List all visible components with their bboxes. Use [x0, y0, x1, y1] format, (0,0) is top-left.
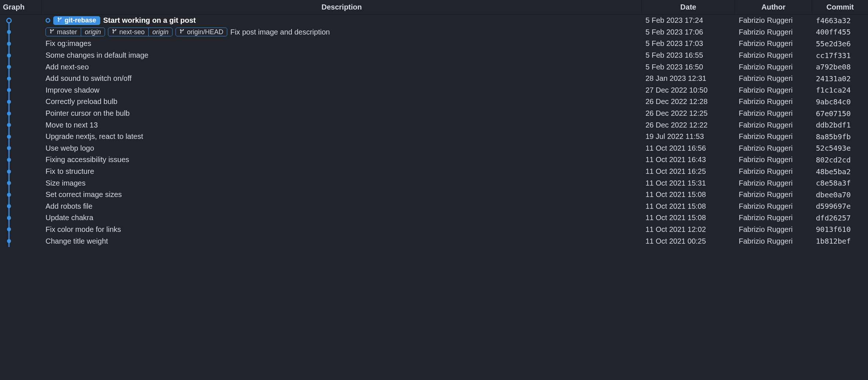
description-cell: Some changes in default image: [42, 50, 642, 61]
commit-author: Fabrizio Ruggeri: [735, 225, 812, 234]
commit-row[interactable]: Fixing accessibility issues11 Oct 2021 1…: [0, 154, 868, 166]
column-header-commit[interactable]: Commit: [812, 0, 868, 14]
description-cell: Update chakra: [42, 212, 642, 224]
branch-ref[interactable]: origin/HEAD: [176, 28, 227, 36]
commit-list: git-rebaseStart working on a git post5 F…: [0, 15, 868, 247]
graph-cell: [0, 26, 42, 38]
table-header: Graph Description Date Author Commit: [0, 0, 868, 15]
commit-row[interactable]: Update chakra11 Oct 2021 15:08Fabrizio R…: [0, 212, 868, 224]
commit-hash: 9013f610: [812, 225, 868, 234]
description-cell: Fixing accessibility issues: [42, 154, 642, 166]
description-cell: Set correct image sizes: [42, 189, 642, 201]
column-header-description[interactable]: Description: [42, 0, 642, 14]
commit-message: Add next-seo: [46, 63, 89, 71]
commit-date: 28 Jan 2023 12:31: [642, 74, 735, 83]
commit-row[interactable]: Upgrade nextjs, react to latest19 Jul 20…: [0, 131, 868, 143]
column-header-graph[interactable]: Graph: [0, 0, 42, 14]
commit-date: 5 Feb 2023 17:03: [642, 39, 735, 48]
graph-cell: [0, 119, 42, 131]
branch-icon: [50, 28, 55, 36]
commit-message: Some changes in default image: [46, 51, 148, 60]
description-cell: Pointer cursor on the bulb: [42, 108, 642, 119]
commit-date: 5 Feb 2023 17:06: [642, 28, 735, 36]
commit-message: Start working on a git post: [103, 16, 196, 25]
graph-node: [7, 216, 11, 220]
commit-author: Fabrizio Ruggeri: [735, 190, 812, 199]
graph-cell: [0, 73, 42, 85]
commit-author: Fabrizio Ruggeri: [735, 16, 812, 25]
description-cell: Fix to structure: [42, 166, 642, 178]
column-header-date[interactable]: Date: [642, 0, 735, 14]
graph-node: [7, 30, 11, 34]
commit-row[interactable]: Correctly preload bulb26 Dec 2022 12:28F…: [0, 96, 868, 108]
remote-name: origin: [148, 28, 172, 36]
commit-date: 11 Oct 2021 15:31: [642, 179, 735, 187]
commit-hash: d599697e: [812, 202, 868, 211]
graph-node: [7, 111, 11, 115]
commit-row[interactable]: Use webp logo11 Oct 2021 16:56Fabrizio R…: [0, 143, 868, 154]
commit-message: Size images: [46, 179, 86, 187]
graph-cell: [0, 166, 42, 178]
ref-label: git-rebase: [65, 17, 96, 24]
commit-row[interactable]: git-rebaseStart working on a git post5 F…: [0, 15, 868, 26]
commit-row[interactable]: Add next-seo5 Feb 2023 16:50Fabrizio Rug…: [0, 61, 868, 73]
commit-row[interactable]: Fix color mode for links11 Oct 2021 12:0…: [0, 224, 868, 236]
graph-cell: [0, 143, 42, 154]
graph-cell: [0, 50, 42, 61]
commit-author: Fabrizio Ruggeri: [735, 179, 812, 187]
graph-node: [7, 65, 11, 69]
commit-author: Fabrizio Ruggeri: [735, 155, 812, 164]
graph-cell: [0, 154, 42, 166]
graph-node: [7, 135, 11, 139]
graph-node: [7, 169, 11, 173]
commit-row[interactable]: Move to next 1326 Dec 2022 12:22Fabrizio…: [0, 119, 868, 131]
commit-message: Update chakra: [46, 214, 93, 222]
commit-hash: f1c1ca24: [812, 86, 868, 94]
current-commit-marker-icon: [46, 18, 50, 23]
branch-ref[interactable]: git-rebase: [53, 16, 100, 25]
commit-row[interactable]: Change title weight11 Oct 2021 00:25Fabr…: [0, 235, 868, 247]
commit-date: 11 Oct 2021 16:25: [642, 167, 735, 176]
commit-row[interactable]: Add sound to switch on/off28 Jan 2023 12…: [0, 73, 868, 85]
commit-hash: 9abc84c0: [812, 97, 868, 106]
commit-date: 11 Oct 2021 15:08: [642, 214, 735, 222]
graph-cell: [0, 177, 42, 189]
commit-row[interactable]: Add robots file11 Oct 2021 15:08Fabrizio…: [0, 201, 868, 212]
commit-author: Fabrizio Ruggeri: [735, 167, 812, 176]
commit-row[interactable]: Set correct image sizes11 Oct 2021 15:08…: [0, 189, 868, 201]
description-cell: Add robots file: [42, 201, 642, 212]
commit-date: 5 Feb 2023 17:24: [642, 16, 735, 25]
commit-row[interactable]: Fix og:images5 Feb 2023 17:03Fabrizio Ru…: [0, 38, 868, 50]
branch-ref[interactable]: next-seoorigin: [108, 28, 173, 36]
commit-author: Fabrizio Ruggeri: [735, 97, 812, 106]
description-cell: Change title weight: [42, 235, 642, 247]
commit-hash: 48be5ba2: [812, 167, 868, 176]
graph-node: [7, 158, 11, 162]
commit-message: Improve shadow: [46, 86, 100, 94]
graph-cell: [0, 96, 42, 108]
graph-cell: [0, 224, 42, 236]
column-header-author[interactable]: Author: [735, 0, 812, 14]
commit-author: Fabrizio Ruggeri: [735, 202, 812, 211]
commit-row[interactable]: Improve shadow27 Dec 2022 10:50Fabrizio …: [0, 85, 868, 96]
branch-name: master: [46, 28, 81, 36]
ref-label: origin: [85, 28, 101, 36]
commit-row[interactable]: Size images11 Oct 2021 15:31Fabrizio Rug…: [0, 177, 868, 189]
description-cell: git-rebaseStart working on a git post: [42, 15, 642, 26]
commit-row[interactable]: Fix to structure11 Oct 2021 16:25Fabrizi…: [0, 166, 868, 178]
commit-message: Fix post image and description: [230, 28, 330, 36]
commit-author: Fabrizio Ruggeri: [735, 237, 812, 245]
description-cell: Add next-seo: [42, 61, 642, 73]
commit-message: Fix to structure: [46, 167, 94, 176]
ref-label: master: [57, 28, 77, 36]
commit-author: Fabrizio Ruggeri: [735, 144, 812, 153]
commit-row[interactable]: masteroriginnext-seooriginorigin/HEADFix…: [0, 26, 868, 38]
description-cell: Correctly preload bulb: [42, 96, 642, 108]
commit-message: Fix color mode for links: [46, 225, 121, 234]
commit-date: 11 Oct 2021 15:08: [642, 202, 735, 211]
branch-name: next-seo: [108, 28, 148, 36]
ref-label: next-seo: [119, 28, 145, 36]
commit-row[interactable]: Some changes in default image5 Feb 2023 …: [0, 50, 868, 61]
commit-row[interactable]: Pointer cursor on the bulb26 Dec 2022 12…: [0, 108, 868, 119]
branch-ref[interactable]: masterorigin: [46, 28, 105, 36]
